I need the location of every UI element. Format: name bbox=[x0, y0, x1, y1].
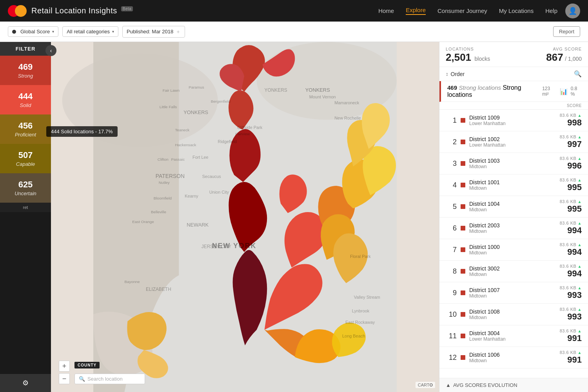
nav-help[interactable]: Help bbox=[545, 7, 557, 14]
main-nav: Home Explore Consumer Journey My Locatio… bbox=[378, 7, 557, 15]
district-row-8[interactable]: 8 District 3002 Midtown 83.6 kb ▲ 994 bbox=[439, 261, 588, 282]
district-score-area: 83.6 kb ▲ 994 bbox=[560, 242, 582, 257]
svg-text:PATERSON: PATERSON bbox=[156, 173, 185, 179]
beta-badge: Beta bbox=[121, 6, 133, 11]
nav-home[interactable]: Home bbox=[378, 7, 394, 14]
svg-text:Secaucus: Secaucus bbox=[202, 174, 221, 179]
district-sub: Midtown bbox=[469, 293, 556, 299]
district-row-1[interactable]: 1 District 1009 Lower Manhattan 83.6 kb … bbox=[439, 110, 588, 131]
zoom-out-button[interactable]: − bbox=[59, 373, 70, 384]
district-row-10[interactable]: 10 District 1008 Midtown 83.6 kb ▲ 993 bbox=[439, 304, 588, 325]
score-up-icon: ▲ bbox=[578, 286, 582, 290]
score-up-icon: ▲ bbox=[578, 135, 582, 139]
district-info: District 1001 Midtown bbox=[469, 179, 556, 191]
district-color-indicator bbox=[461, 204, 465, 209]
district-kb: 83.6 kb bbox=[560, 350, 577, 355]
district-score: 996 bbox=[560, 161, 582, 171]
collapse-sidebar-button[interactable]: ‹ bbox=[45, 45, 56, 56]
score-up-icon: ▲ bbox=[578, 113, 582, 118]
district-rank: 11 bbox=[446, 332, 457, 340]
user-avatar[interactable]: 👤 bbox=[565, 4, 580, 18]
district-kb: 83.6 kb bbox=[560, 178, 577, 182]
district-name: District 1003 bbox=[469, 158, 556, 164]
district-row-6[interactable]: 6 District 2003 Midtown 83.6 kb ▲ 994 bbox=[439, 218, 588, 239]
district-score: 993 bbox=[560, 290, 582, 300]
district-score: 995 bbox=[560, 182, 582, 192]
strong-count: 469 bbox=[18, 62, 33, 72]
district-sub: Midtown bbox=[469, 250, 556, 256]
svg-text:NEWARK: NEWARK bbox=[187, 222, 209, 228]
search-location-input[interactable]: Search location bbox=[87, 376, 123, 382]
district-score: 995 bbox=[560, 204, 582, 214]
district-rank: 12 bbox=[446, 354, 457, 362]
locations-info: LOCATIONS 2,501 blocks bbox=[446, 47, 490, 64]
score-band-capable[interactable]: 507 Capable bbox=[0, 144, 51, 173]
zoom-in-button[interactable]: + bbox=[59, 361, 70, 372]
district-score: 994 bbox=[560, 225, 582, 236]
svg-text:Teaneck: Teaneck bbox=[175, 128, 189, 132]
top-nav: Retail Location Insights Beta Home Explo… bbox=[0, 0, 588, 22]
svg-text:Bloomfield: Bloomfield bbox=[154, 196, 172, 200]
district-score: 991 bbox=[560, 355, 582, 365]
score-band-uncertain[interactable]: 625 Uncertain bbox=[0, 173, 51, 203]
strong-label: Strong bbox=[18, 73, 33, 79]
district-score: 991 bbox=[560, 333, 582, 343]
nav-explore[interactable]: Explore bbox=[406, 7, 426, 15]
svg-text:Passaic: Passaic bbox=[171, 157, 185, 162]
score-label-sm: 83.6 kb ▲ bbox=[560, 156, 582, 161]
svg-text:Fairview: Fairview bbox=[235, 132, 250, 136]
district-info: District 1003 Midtown bbox=[469, 158, 556, 169]
solid-count: 444 bbox=[18, 91, 33, 102]
logo-area: Retail Location Insights Beta bbox=[8, 2, 133, 20]
settings-button[interactable]: ⚙ bbox=[0, 374, 51, 392]
sort-icon: ↕ bbox=[446, 71, 448, 77]
county-badge: COUNTY bbox=[74, 362, 100, 368]
published-pill[interactable]: Published: Mar 2018 ＋ bbox=[122, 26, 185, 38]
district-score-area: 83.6 kb ▲ 995 bbox=[560, 178, 582, 192]
district-row-2[interactable]: 2 District 1002 Lower Manhattan 83.6 kb … bbox=[439, 131, 588, 153]
district-color-indicator bbox=[461, 226, 465, 230]
score-type-dropdown[interactable]: Global Score ▾ bbox=[8, 26, 58, 37]
district-score: 998 bbox=[560, 118, 582, 128]
locations-count-row: 2,501 blocks bbox=[446, 51, 490, 64]
categories-dropdown[interactable]: All retail categories ▾ bbox=[62, 26, 118, 37]
district-row-9[interactable]: 9 District 1007 Midtown 83.6 kb ▲ 993 bbox=[439, 282, 588, 304]
district-row-7[interactable]: 7 District 1000 Midtown 83.6 kb ▲ 994 bbox=[439, 239, 588, 261]
district-color-indicator bbox=[461, 269, 465, 274]
district-name: District 1002 bbox=[469, 136, 556, 142]
nav-my-locations[interactable]: My Locations bbox=[499, 7, 534, 14]
district-name: District 3002 bbox=[469, 265, 556, 272]
district-row-3[interactable]: 3 District 1003 Midtown 83.6 kb ▲ 996 bbox=[439, 153, 588, 174]
score-band-strong[interactable]: 469 Strong bbox=[0, 56, 51, 85]
panel-search-icon[interactable]: 🔍 bbox=[574, 70, 582, 78]
right-panel: LOCATIONS 2,501 blocks AVG SCORE 867 / 1… bbox=[439, 42, 588, 392]
score-band-proficient[interactable]: 456 Proficient bbox=[0, 114, 51, 144]
district-info: District 3004 Lower Manhattan bbox=[469, 330, 556, 342]
mastercard-logo bbox=[8, 2, 27, 20]
district-rank: 2 bbox=[446, 138, 457, 146]
capable-label: Capable bbox=[16, 161, 35, 167]
score-label-sm: 83.6 kb ▲ bbox=[560, 113, 582, 118]
avg-scores-evolution[interactable]: ▲ AVG SCORES EVOLUTION bbox=[439, 378, 588, 392]
district-row-5[interactable]: 5 District 1004 Midtown 83.6 kb ▲ 995 bbox=[439, 196, 588, 218]
score-up-icon: ▲ bbox=[578, 307, 582, 312]
svg-text:Lynbrook: Lynbrook bbox=[352, 309, 370, 313]
district-kb: 83.6 kb bbox=[560, 156, 577, 161]
district-row-4[interactable]: 4 District 1001 Midtown 83.6 kb ▲ 995 bbox=[439, 174, 588, 196]
map-area[interactable]: NEW YORK PATERSON YONKERS YONKERS NEWARK… bbox=[51, 42, 439, 392]
district-score-area: 83.6 kb ▲ 997 bbox=[560, 134, 582, 149]
svg-text:Bergenfield: Bergenfield bbox=[211, 99, 230, 103]
svg-text:Nutley: Nutley bbox=[159, 180, 170, 185]
score-up-icon: ▲ bbox=[578, 178, 582, 182]
district-row-11[interactable]: 11 District 3004 Lower Manhattan 83.6 kb… bbox=[439, 325, 588, 347]
district-score-area: 83.6 kb ▲ 993 bbox=[560, 307, 582, 322]
report-button[interactable]: Report bbox=[553, 26, 580, 37]
district-row-12[interactable]: 12 District 1006 Midtown 83.6 kb ▲ 991 bbox=[439, 347, 588, 368]
svg-text:Bayonne: Bayonne bbox=[124, 279, 140, 284]
score-band-solid[interactable]: 444 Solid bbox=[0, 85, 51, 114]
district-sub: Midtown bbox=[469, 272, 556, 277]
nav-consumer-journey[interactable]: Consumer Journey bbox=[437, 7, 487, 14]
band-bottom-label[interactable]: ret bbox=[0, 203, 51, 212]
filter-button[interactable]: FILTER bbox=[0, 42, 51, 56]
avg-score-denominator: / 1,000 bbox=[565, 56, 582, 62]
